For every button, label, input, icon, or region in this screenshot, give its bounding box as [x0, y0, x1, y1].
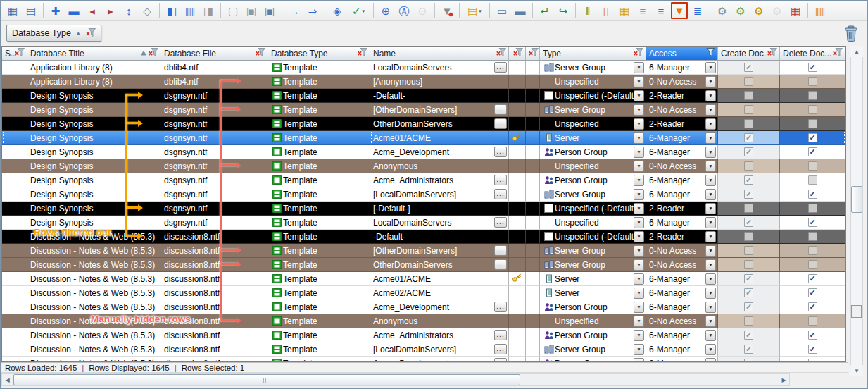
copy-rows-button[interactable]: ▣ — [261, 2, 278, 19]
column-header-icon_a[interactable] — [509, 47, 526, 61]
send-rows-left-button[interactable]: ◂ — [84, 2, 101, 19]
filter-rows-button[interactable]: ▼ — [671, 2, 688, 19]
delete-documents-checkbox[interactable]: ✓ — [808, 190, 817, 199]
automation-add-button[interactable]: ⚙ — [714, 2, 731, 19]
highlight-cell-button[interactable]: ▯ — [598, 2, 615, 19]
table-row[interactable]: Design Synopsisdsgnsyn.ntfTemplateOtherD… — [2, 117, 845, 131]
table-row[interactable]: Design Synopsisdsgnsyn.ntfTemplate[Other… — [2, 103, 845, 117]
selection-mode-button[interactable]: ▢ — [225, 2, 241, 19]
checkbox-columns-button[interactable]: ✓▾ — [347, 2, 370, 19]
entry-type-dropdown[interactable]: ▼ — [634, 161, 644, 172]
app-options-button[interactable]: ⚙ — [750, 2, 767, 19]
delete-documents-checkbox[interactable]: ✓ — [808, 345, 817, 354]
access-level-dropdown[interactable]: ▼ — [705, 302, 716, 313]
access-level-dropdown[interactable]: ▼ — [705, 90, 716, 101]
clear-filter-icon[interactable] — [634, 48, 643, 58]
entry-type-dropdown[interactable]: ▼ — [634, 104, 644, 116]
entry-type-dropdown[interactable]: ▼ — [634, 189, 644, 200]
entry-type-dropdown[interactable]: ▼ — [634, 132, 644, 144]
hierarchy-options-button[interactable]: ≡ — [653, 2, 669, 19]
access-level-dropdown[interactable]: ▼ — [705, 76, 716, 87]
table-row[interactable]: Application Library (8)dblib4.ntfTemplat… — [2, 75, 845, 89]
entry-type-dropdown[interactable]: ▼ — [634, 273, 644, 285]
entry-type-dropdown[interactable]: ▼ — [634, 231, 644, 242]
entry-type-dropdown[interactable]: ▼ — [634, 288, 644, 299]
access-level-dropdown[interactable]: ▼ — [705, 104, 716, 116]
table-row[interactable]: Discussion - Notes & Web (8.5.3)discussi… — [2, 272, 845, 286]
column-header-name[interactable]: Name — [370, 47, 509, 61]
create-documents-checkbox[interactable] — [744, 204, 753, 213]
scroll-left-button[interactable]: ◀ — [2, 374, 13, 385]
create-documents-checkbox[interactable]: ✓ — [744, 147, 753, 156]
scroll-right-button[interactable]: ▶ — [779, 374, 789, 385]
table-row[interactable]: Design Synopsisdsgnsyn.ntfTemplate[Local… — [2, 187, 845, 202]
entry-type-dropdown[interactable]: ▼ — [634, 302, 644, 313]
access-level-dropdown[interactable]: ▼ — [705, 245, 716, 257]
create-documents-checkbox[interactable]: ✓ — [744, 359, 753, 362]
clear-filter-icon[interactable] — [833, 48, 843, 58]
clear-filter-icon[interactable] — [86, 28, 96, 39]
entry-type-dropdown[interactable]: ▼ — [634, 344, 644, 355]
compare-columns-button[interactable]: ‖ — [579, 2, 596, 19]
clear-filter-icon[interactable] — [496, 48, 506, 58]
vertical-scroll-thumb[interactable] — [851, 186, 862, 213]
zoom-text-button[interactable]: Ⓐ — [396, 2, 413, 19]
column-header-icon_b[interactable] — [526, 47, 540, 61]
column-header-title[interactable]: Database Title — [27, 47, 161, 61]
delete-documents-checkbox[interactable] — [808, 77, 817, 86]
delete-documents-checkbox[interactable] — [808, 232, 817, 241]
delete-documents-checkbox[interactable]: ✓ — [808, 288, 817, 297]
delete-documents-checkbox[interactable] — [808, 161, 817, 171]
table-settings-button[interactable]: ▦ — [4, 2, 21, 19]
access-level-dropdown[interactable]: ▼ — [705, 344, 716, 355]
name-picker-button[interactable]: ... — [494, 302, 507, 312]
create-documents-checkbox[interactable]: ✓ — [744, 133, 753, 142]
create-documents-checkbox[interactable] — [744, 119, 753, 128]
create-documents-checkbox[interactable]: ✓ — [744, 218, 753, 227]
table-row[interactable]: Design Synopsisdsgnsyn.ntfTemplate-Defau… — [2, 89, 845, 103]
clear-filter-icon[interactable] — [358, 48, 367, 58]
access-level-dropdown[interactable]: ▼ — [705, 161, 716, 172]
entry-type-dropdown[interactable]: ▼ — [634, 90, 644, 101]
entry-type-dropdown[interactable]: ▼ — [634, 259, 644, 271]
copy-cell-button[interactable]: ▣ — [243, 2, 260, 19]
access-level-dropdown[interactable]: ▼ — [705, 330, 716, 341]
summary-report-button[interactable]: ▥ — [812, 2, 829, 19]
clear-filter-icon[interactable] — [529, 48, 539, 58]
column-header-dbtype[interactable]: Database Type — [268, 47, 370, 61]
clear-filter-icon[interactable] — [256, 48, 265, 58]
drill-down-button[interactable]: ↵ — [536, 2, 553, 19]
create-documents-checkbox[interactable] — [744, 246, 753, 255]
create-documents-checkbox[interactable] — [744, 232, 753, 241]
column-header-type[interactable]: Type — [540, 47, 646, 61]
table-row[interactable]: Discussion - Notes & Web (8.5.3)discussi… — [2, 300, 845, 314]
create-documents-checkbox[interactable]: ✓ — [744, 274, 753, 283]
name-picker-button[interactable]: ... — [494, 344, 507, 354]
filter-funnel-icon[interactable] — [706, 48, 715, 58]
create-documents-checkbox[interactable]: ✓ — [744, 63, 753, 72]
create-documents-checkbox[interactable] — [744, 161, 753, 171]
delete-documents-checkbox[interactable]: ✓ — [808, 302, 817, 311]
select-cells-button[interactable]: ◇ — [139, 2, 156, 19]
expand-row-button[interactable]: ▭ — [493, 2, 510, 19]
create-documents-checkbox[interactable]: ✓ — [744, 288, 753, 297]
name-picker-button[interactable]: ... — [494, 189, 507, 199]
table-row[interactable]: Design Synopsisdsgnsyn.ntfTemplateAcme_D… — [2, 145, 845, 159]
delete-documents-checkbox[interactable]: ✓ — [808, 331, 817, 340]
add-rows-button[interactable]: ✚ — [47, 2, 64, 19]
table-row[interactable]: Discussion - Notes & Web (8.5.3)discussi… — [2, 286, 845, 300]
name-picker-button[interactable]: ... — [494, 175, 507, 185]
unfreeze-columns-button[interactable]: ◨ — [200, 2, 217, 19]
delete-documents-checkbox[interactable] — [808, 175, 817, 185]
horizontal-scrollbar[interactable]: ◀ ▶ — [1, 373, 790, 386]
access-level-dropdown[interactable]: ▼ — [705, 288, 716, 299]
notes-button[interactable]: ▤▾ — [463, 2, 486, 19]
row-details-button[interactable]: ≣ — [689, 2, 706, 19]
delete-documents-checkbox[interactable]: ✓ — [808, 147, 817, 156]
entry-type-dropdown[interactable]: ▼ — [634, 76, 644, 87]
entry-type-dropdown[interactable]: ▼ — [634, 118, 644, 130]
delete-documents-checkbox[interactable] — [808, 246, 817, 255]
open-external-button[interactable]: ↪ — [555, 2, 572, 19]
table-row[interactable]: Application Library (8)dblib4.ntfTemplat… — [2, 61, 845, 75]
delete-documents-checkbox[interactable]: ✓ — [808, 133, 817, 142]
